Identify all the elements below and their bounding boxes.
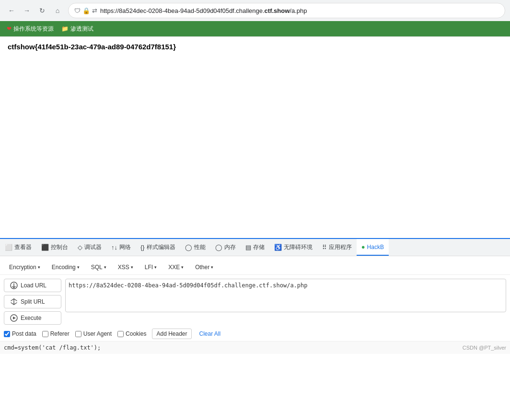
- perf-icon: ◯: [185, 244, 192, 251]
- hackbar-bottom-row: CSDN @PT_silver: [0, 341, 510, 354]
- bookmark-icon-1: 📁: [61, 25, 69, 32]
- hackbar-menu-sql[interactable]: SQL ▾: [86, 262, 112, 272]
- devtools-tab-debugger-label: 调试器: [84, 243, 102, 251]
- user-agent-label: User Agent: [83, 330, 112, 337]
- hackbar-url-area: https://8a524dec-0208-4bea-94ad-5d09d04f…: [65, 279, 506, 325]
- referer-label: Referer: [50, 330, 70, 337]
- reload-button[interactable]: ↻: [35, 4, 49, 17]
- clear-all-button[interactable]: Clear All: [197, 329, 223, 339]
- split-url-button[interactable]: Split URL: [4, 295, 61, 308]
- storage-icon: ▤: [245, 244, 251, 251]
- cookies-label: Cookies: [126, 330, 146, 337]
- devtools-tab-inspect[interactable]: ⬜ 查看器: [0, 239, 36, 256]
- hackbar-menu-encryption-label: Encryption: [9, 264, 36, 271]
- hackbar-icon: ●: [361, 243, 365, 250]
- forward-button[interactable]: →: [20, 4, 34, 17]
- lock-icon: 🔒: [82, 7, 90, 14]
- hackbar-menu-xxe-label: XXE: [168, 264, 180, 271]
- devtools-tab-console-label: 控制台: [51, 243, 68, 251]
- bookmark-label-1: 渗透测试: [70, 25, 93, 33]
- xss-dropdown-arrow: ▾: [131, 265, 133, 270]
- devtools-tab-accessibility[interactable]: ♿ 无障碍环境: [269, 239, 317, 256]
- hackbar-menu-xss-label: XSS: [118, 264, 129, 271]
- devtools-tab-style-label: 样式编辑器: [147, 243, 175, 251]
- execute-label: Execute: [21, 315, 41, 321]
- devtools-tab-network-label: 网络: [119, 243, 131, 251]
- devtools-tab-performance[interactable]: ◯ 性能: [180, 239, 210, 256]
- devtools-tab-console[interactable]: ⬛ 控制台: [36, 239, 73, 256]
- inspect-icon: ⬜: [5, 244, 12, 251]
- browser-chrome: ← → ↻ ⌂ 🛡 🔒 ⇄ https://8a524dec-0208-4bea…: [0, 0, 510, 37]
- xxe-dropdown-arrow: ▾: [181, 265, 184, 270]
- execute-button[interactable]: Execute: [4, 311, 61, 325]
- cookies-checkbox-item[interactable]: Cookies: [117, 330, 146, 337]
- hackbar-menu-lfi[interactable]: LFI ▾: [139, 262, 162, 272]
- devtools-tab-a11y-label: 无障碍环境: [284, 243, 313, 251]
- devtools-tab-hackbar-label: HackB: [367, 244, 384, 250]
- bookmark-item-0[interactable]: ❤ 操作系统等资源: [4, 23, 57, 34]
- devtools-tab-style-editor[interactable]: {} 样式编辑器: [136, 239, 180, 256]
- encoding-dropdown-arrow: ▾: [77, 265, 80, 270]
- encryption-dropdown-arrow: ▾: [38, 265, 40, 270]
- ctf-flag: ctfshow{41f4e51b-23ac-479a-ad89-04762d7f…: [8, 43, 502, 51]
- hackbar-checkboxes-row: Post data Referer User Agent Cookies Add…: [0, 327, 510, 341]
- url-normal-part: https://8a524dec-0208-4bea-94ad-5d09d04f…: [100, 7, 265, 14]
- hackbar-menu-other-label: Other: [195, 264, 209, 271]
- split-url-label: Split URL: [21, 298, 45, 305]
- lfi-dropdown-arrow: ▾: [154, 265, 157, 270]
- bookmark-label-0: 操作系统等资源: [13, 25, 54, 33]
- devtools-tab-memory[interactable]: ◯ 内存: [210, 239, 241, 256]
- back-button[interactable]: ←: [5, 4, 18, 17]
- devtools-panel: ⬜ 查看器 ⬛ 控制台 ◇ 调试器 ↑↓ 网络 {} 样式编辑器 ◯ 性能 ◯ …: [0, 238, 510, 354]
- hackbar-main-row: Load URL Split URL: [0, 275, 510, 327]
- network-icon: ↑↓: [111, 244, 117, 251]
- hackbar-menu-xxe[interactable]: XXE ▾: [163, 262, 189, 272]
- bookmark-item-1[interactable]: 📁 渗透测试: [58, 23, 96, 34]
- user-agent-checkbox[interactable]: [75, 331, 81, 337]
- post-data-checkbox[interactable]: [4, 331, 10, 337]
- console-icon: ⬛: [41, 244, 49, 251]
- url-path-part: /a.php: [290, 7, 307, 14]
- devtools-tab-app-label: 应用程序: [329, 243, 352, 251]
- hackbar-content: Encryption ▾ Encoding ▾ SQL ▾ XSS ▾ LFI …: [0, 256, 510, 354]
- hackbar-menu-xss[interactable]: XSS ▾: [113, 262, 139, 272]
- devtools-tabs: ⬜ 查看器 ⬛ 控制台 ◇ 调试器 ↑↓ 网络 {} 样式编辑器 ◯ 性能 ◯ …: [0, 239, 510, 256]
- devtools-tab-perf-label: 性能: [194, 243, 206, 251]
- browser-titlebar: ← → ↻ ⌂ 🛡 🔒 ⇄ https://8a524dec-0208-4bea…: [0, 0, 510, 21]
- hackbar-url-input[interactable]: https://8a524dec-0208-4bea-94ad-5d09d04f…: [65, 279, 506, 312]
- memory-icon: ◯: [215, 244, 222, 251]
- a11y-icon: ♿: [274, 244, 282, 251]
- bookmark-icon-0: ❤: [7, 25, 12, 32]
- load-url-button[interactable]: Load URL: [4, 279, 61, 292]
- address-text: https://8a524dec-0208-4bea-94ad-5d09d04f…: [100, 7, 499, 14]
- hackbar-buttons: Load URL Split URL: [4, 279, 61, 325]
- shield-icon: 🛡: [74, 7, 81, 14]
- style-icon: {}: [140, 244, 145, 251]
- hackbar-menu-lfi-label: LFI: [145, 264, 153, 271]
- referer-checkbox-item[interactable]: Referer: [42, 330, 70, 337]
- hackbar-menu-encoding[interactable]: Encoding ▾: [46, 262, 85, 272]
- user-agent-checkbox-item[interactable]: User Agent: [75, 330, 112, 337]
- home-button[interactable]: ⌂: [51, 4, 64, 17]
- split-url-icon: [10, 298, 18, 306]
- devtools-tab-debugger[interactable]: ◇ 调试器: [73, 239, 106, 256]
- hackbar-menu-encryption[interactable]: Encryption ▾: [4, 262, 46, 272]
- csdn-credit: CSDN @PT_silver: [463, 345, 506, 351]
- referer-checkbox[interactable]: [42, 331, 48, 337]
- cookies-checkbox[interactable]: [117, 331, 124, 337]
- hackbar-menu-encoding-label: Encoding: [52, 264, 76, 271]
- address-bar[interactable]: 🛡 🔒 ⇄ https://8a524dec-0208-4bea-94ad-5d…: [68, 3, 505, 18]
- url-bold-part: ctf.show: [265, 7, 290, 14]
- post-data-input[interactable]: [4, 344, 463, 351]
- devtools-tab-network[interactable]: ↑↓ 网络: [106, 239, 136, 256]
- devtools-tab-application[interactable]: ⠿ 应用程序: [317, 239, 357, 256]
- devtools-tab-hackbar[interactable]: ● HackB: [357, 239, 389, 256]
- swap-icon: ⇄: [92, 7, 97, 14]
- address-bar-icons: 🛡 🔒 ⇄: [74, 7, 97, 14]
- devtools-tab-memory-label: 内存: [224, 243, 236, 251]
- post-data-checkbox-item[interactable]: Post data: [4, 330, 36, 337]
- add-header-button[interactable]: Add Header: [152, 329, 191, 339]
- devtools-tab-storage[interactable]: ▤ 存储: [241, 239, 269, 256]
- hackbar-menu-row: Encryption ▾ Encoding ▾ SQL ▾ XSS ▾ LFI …: [0, 260, 510, 275]
- hackbar-menu-other[interactable]: Other ▾: [190, 262, 219, 272]
